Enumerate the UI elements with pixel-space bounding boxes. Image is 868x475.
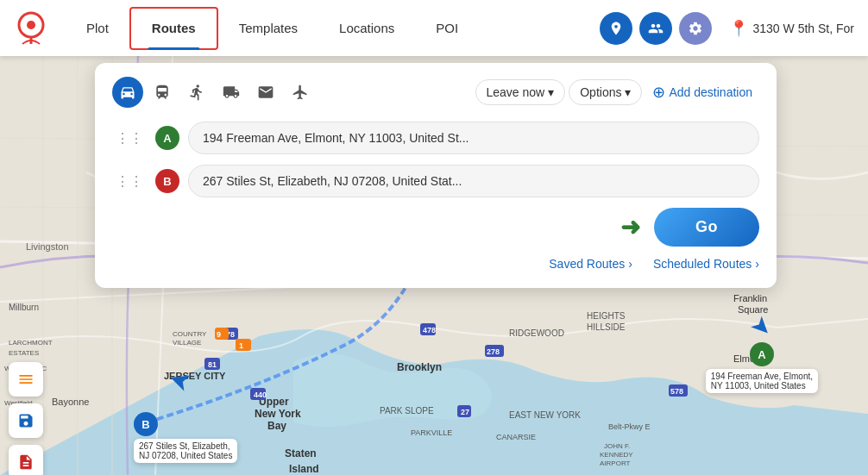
options-label: Options (580, 85, 621, 99)
svg-text:EAST NEW YORK: EAST NEW YORK (509, 410, 581, 420)
saved-routes-link[interactable]: Saved Routes › (549, 257, 632, 271)
svg-text:KENNEDY: KENNEDY (600, 451, 633, 459)
saved-routes-chevron-icon: › (628, 257, 632, 271)
nav-item-routes[interactable]: Routes (129, 7, 218, 50)
header-right: 📍 3130 W 5th St, For (600, 12, 855, 45)
logo[interactable] (14, 11, 48, 46)
svg-text:Staten: Staten (285, 447, 317, 459)
transport-row: Leave now ▾ Options ▾ ⊕ Add destination (112, 77, 759, 108)
sidebar-save-icon[interactable] (9, 403, 43, 438)
marker-b: B 267 Stiles St, Elizabeth, NJ 07208, Un… (134, 412, 237, 463)
svg-text:Bay: Bay (267, 420, 286, 432)
blue-nav-arrow-a: ➤ (745, 309, 779, 344)
waypoint-b-row: ⋮⋮ B (112, 165, 759, 197)
svg-text:PARKVILLE: PARKVILLE (411, 428, 452, 437)
svg-text:578: 578 (670, 387, 683, 396)
svg-text:Belt-Pkwy E: Belt-Pkwy E (608, 422, 651, 431)
header: Plot Routes Templates Locations POI (0, 0, 868, 56)
transport-car-button[interactable] (112, 77, 143, 108)
location-text: 3130 W 5th St, For (753, 22, 855, 35)
svg-text:9: 9 (217, 330, 221, 339)
waypoint-b-input[interactable] (188, 165, 759, 197)
transport-bus-button[interactable] (147, 77, 178, 108)
scheduled-routes-link[interactable]: Scheduled Routes › (653, 257, 759, 271)
waypoint-a-row: ⋮⋮ A (112, 122, 759, 154)
svg-text:JOHN F.: JOHN F. (604, 442, 630, 450)
svg-text:Livingston: Livingston (26, 241, 69, 252)
options-button[interactable]: Options ▾ (569, 79, 642, 105)
nav-item-poi[interactable]: POI (415, 0, 479, 56)
svg-point-61 (27, 21, 35, 29)
svg-text:COUNTRY: COUNTRY (173, 330, 207, 338)
transport-plane-button[interactable] (285, 77, 316, 108)
svg-text:Franklin: Franklin (733, 293, 767, 303)
svg-text:1: 1 (239, 341, 243, 350)
svg-text:AIRPORT: AIRPORT (600, 459, 631, 467)
drag-handle-a[interactable]: ⋮⋮ (112, 127, 147, 150)
svg-text:Bayonne: Bayonne (52, 397, 89, 407)
left-sidebar (9, 362, 43, 475)
marker-a-tooltip: 194 Freeman Ave, Elmont, NY 11003, Unite… (706, 369, 818, 393)
sidebar-file-icon[interactable] (9, 445, 43, 475)
svg-text:RIDGEWOOD: RIDGEWOOD (509, 328, 564, 338)
svg-text:478: 478 (423, 326, 436, 334)
sidebar-menu-icon[interactable] (9, 362, 43, 397)
svg-text:HEIGHTS: HEIGHTS (587, 311, 626, 321)
route-panel: Leave now ▾ Options ▾ ⊕ Add destination … (95, 63, 777, 288)
group-button[interactable] (639, 12, 672, 45)
add-dest-label: Add destination (669, 85, 752, 99)
svg-text:New York: New York (255, 408, 301, 420)
svg-text:HILLSIDE: HILLSIDE (587, 322, 626, 332)
waypoint-a-input[interactable] (188, 122, 759, 154)
leave-now-label: Leave now (487, 85, 545, 99)
drag-handle-b[interactable]: ⋮⋮ (112, 170, 147, 193)
svg-text:Island: Island (289, 463, 319, 475)
person-pin-button[interactable] (600, 12, 632, 45)
nav-item-templates[interactable]: Templates (218, 0, 318, 56)
leave-now-button[interactable]: Leave now ▾ (475, 79, 566, 105)
routes-links: Saved Routes › Scheduled Routes › (112, 257, 759, 271)
svg-text:440: 440 (254, 391, 267, 399)
svg-text:PARK SLOPE: PARK SLOPE (380, 406, 434, 416)
marker-a: ➤ A 194 Freeman Ave, Elmont, NY 11003, U… (706, 312, 818, 393)
go-button[interactable]: Go (654, 208, 759, 247)
leave-now-chevron-icon: ▾ (548, 85, 554, 99)
add-dest-plus-icon: ⊕ (652, 83, 665, 102)
svg-text:Millburn: Millburn (9, 303, 39, 312)
svg-text:VILLAGE: VILLAGE (173, 339, 201, 347)
settings-button[interactable] (679, 12, 712, 45)
svg-text:27: 27 (461, 408, 469, 416)
go-row: ➜ Go (112, 208, 759, 247)
svg-text:CANARSIE: CANARSIE (496, 433, 536, 441)
svg-text:ESTATES: ESTATES (9, 349, 39, 357)
scheduled-routes-chevron-icon: › (755, 257, 759, 271)
transport-mail-button[interactable] (250, 77, 281, 108)
arrow-hint: ➜ (620, 213, 640, 241)
waypoint-badge-b: B (155, 169, 179, 193)
svg-text:LARCHMONT: LARCHMONT (9, 339, 53, 347)
svg-text:Brooklyn: Brooklyn (397, 361, 442, 373)
green-arrow-icon: ➜ (620, 213, 640, 241)
svg-text:278: 278 (487, 347, 500, 356)
nav-item-locations[interactable]: Locations (318, 0, 415, 56)
marker-a-badge: A (750, 342, 774, 366)
nav-item-plot[interactable]: Plot (66, 0, 129, 56)
transport-walk-button[interactable] (181, 77, 212, 108)
marker-b-tooltip: 267 Stiles St, Elizabeth, NJ 07208, Unit… (134, 439, 237, 463)
transport-truck-button[interactable] (216, 77, 247, 108)
options-chevron-icon: ▾ (625, 85, 631, 99)
waypoint-badge-a: A (155, 126, 179, 150)
current-location[interactable]: 📍 3130 W 5th St, For (729, 19, 855, 38)
marker-b-badge: B (134, 412, 158, 436)
svg-text:81: 81 (208, 360, 217, 369)
location-pin-icon: 📍 (729, 19, 748, 38)
nav: Plot Routes Templates Locations POI (66, 0, 600, 56)
add-destination-button[interactable]: ⊕ Add destination (645, 78, 759, 107)
